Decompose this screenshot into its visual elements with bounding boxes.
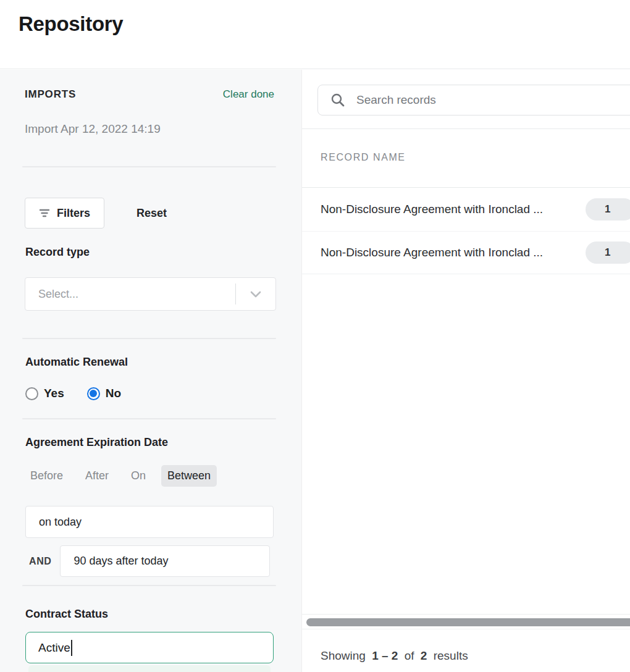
record-count-badge: 1 [586, 198, 630, 220]
filters-button-label: Filters [57, 207, 90, 220]
divider [302, 614, 630, 615]
results-of: of [405, 649, 414, 662]
mode-before[interactable]: Before [30, 469, 63, 482]
contract-status-value: Active [38, 641, 70, 655]
search-box[interactable] [317, 85, 630, 116]
expiration-start-input[interactable]: on today [25, 506, 274, 538]
status-dropdown-edge [28, 665, 271, 672]
divider [22, 585, 276, 586]
results-range: 1 – 2 [372, 649, 398, 662]
table-row[interactable]: Non-Disclosure Agreement with Ironclad .… [302, 231, 630, 274]
divider [22, 338, 276, 339]
expiration-end-input[interactable]: 90 days after today [60, 545, 270, 577]
clear-done-link[interactable]: Clear done [223, 88, 274, 101]
record-type-placeholder: Select... [38, 288, 235, 301]
column-header-record-name[interactable]: RECORD NAME [321, 152, 406, 163]
page-header: Repository [0, 0, 630, 69]
results-summary-prefix: Showing [321, 649, 366, 662]
horizontal-scrollbar[interactable] [306, 618, 630, 626]
record-type-label: Record type [25, 246, 90, 259]
mode-after[interactable]: After [85, 469, 109, 482]
records-panel: RECORD NAME Non-Disclosure Agreement wit… [301, 70, 630, 672]
filters-sidebar: IMPORTS Clear done Import Apr 12, 2022 1… [0, 70, 301, 672]
radio-no-label: No [106, 387, 121, 400]
and-label: AND [29, 556, 51, 567]
filters-row: Filters Reset [25, 198, 167, 229]
mode-between[interactable]: Between [161, 465, 217, 487]
record-count-badge: 1 [586, 242, 630, 264]
expiration-start-value: on today [39, 516, 82, 529]
divider [302, 128, 630, 129]
imports-header-row: IMPORTS Clear done [25, 88, 274, 101]
filter-icon [39, 209, 50, 217]
reset-button[interactable]: Reset [136, 207, 167, 220]
radio-yes[interactable] [25, 387, 38, 400]
contract-status-input[interactable]: Active [25, 632, 274, 663]
automatic-renewal-options: Yes No [25, 387, 121, 400]
imports-heading: IMPORTS [25, 88, 76, 101]
page-title: Repository [19, 12, 123, 36]
search-icon [330, 93, 345, 107]
automatic-renewal-label: Automatic Renewal [25, 356, 128, 369]
expiration-and-row: AND 90 days after today [29, 545, 270, 577]
radio-yes-label: Yes [44, 387, 64, 400]
divider [22, 418, 276, 419]
divider [22, 166, 276, 167]
results-summary-suffix: results [434, 649, 468, 662]
results-total: 2 [421, 649, 427, 662]
search-input[interactable] [355, 93, 615, 107]
expiration-mode-tabs: Before After On Between [30, 465, 217, 487]
contract-status-label: Contract Status [25, 608, 108, 621]
results-summary: Showing 1 – 2 of 2 results [321, 649, 468, 663]
chevron-down-icon[interactable] [236, 291, 275, 298]
record-name: Non-Disclosure Agreement with Ironclad .… [321, 246, 543, 259]
table-row[interactable]: Non-Disclosure Agreement with Ironclad .… [302, 187, 630, 231]
filters-button[interactable]: Filters [25, 198, 104, 229]
text-cursor [71, 640, 72, 656]
record-type-select[interactable]: Select... [25, 277, 276, 311]
mode-on[interactable]: On [131, 469, 146, 482]
expiration-date-label: Agreement Expiration Date [25, 436, 168, 449]
divider [302, 629, 630, 629]
radio-no[interactable] [87, 387, 100, 400]
import-item[interactable]: Import Apr 12, 2022 14:19 [25, 122, 161, 136]
expiration-end-value: 90 days after today [74, 555, 168, 568]
record-name: Non-Disclosure Agreement with Ironclad .… [321, 203, 543, 216]
